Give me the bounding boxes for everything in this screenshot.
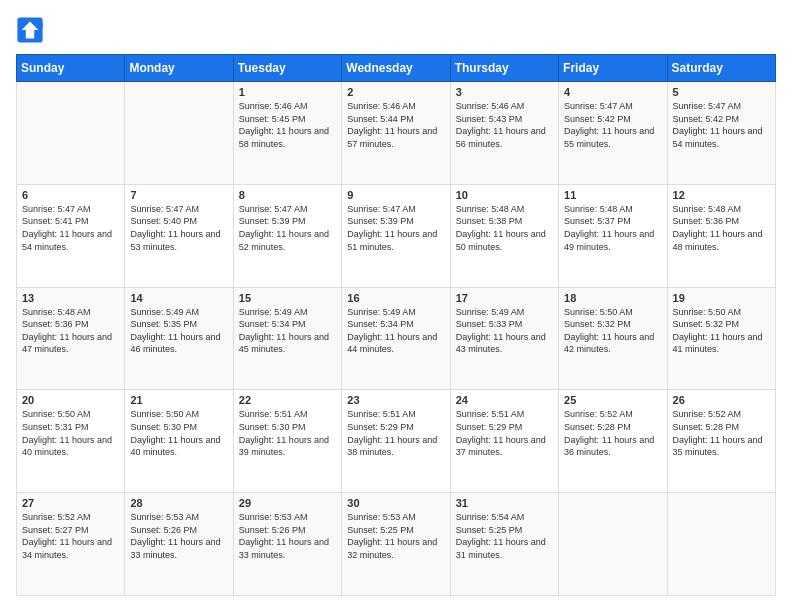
day-number: 27 xyxy=(22,497,119,509)
day-number: 7 xyxy=(130,189,227,201)
calendar-cell xyxy=(667,493,775,596)
day-info: Sunrise: 5:50 AM Sunset: 5:30 PM Dayligh… xyxy=(130,408,227,458)
calendar-cell: 18Sunrise: 5:50 AM Sunset: 5:32 PM Dayli… xyxy=(559,287,667,390)
calendar-cell xyxy=(125,82,233,185)
calendar-cell: 26Sunrise: 5:52 AM Sunset: 5:28 PM Dayli… xyxy=(667,390,775,493)
day-info: Sunrise: 5:47 AM Sunset: 5:40 PM Dayligh… xyxy=(130,203,227,253)
day-info: Sunrise: 5:52 AM Sunset: 5:27 PM Dayligh… xyxy=(22,511,119,561)
day-number: 29 xyxy=(239,497,336,509)
calendar-cell xyxy=(559,493,667,596)
calendar-cell: 21Sunrise: 5:50 AM Sunset: 5:30 PM Dayli… xyxy=(125,390,233,493)
calendar-cell: 20Sunrise: 5:50 AM Sunset: 5:31 PM Dayli… xyxy=(17,390,125,493)
day-info: Sunrise: 5:53 AM Sunset: 5:26 PM Dayligh… xyxy=(130,511,227,561)
calendar-cell: 17Sunrise: 5:49 AM Sunset: 5:33 PM Dayli… xyxy=(450,287,558,390)
day-info: Sunrise: 5:48 AM Sunset: 5:37 PM Dayligh… xyxy=(564,203,661,253)
day-number: 4 xyxy=(564,86,661,98)
calendar-cell: 7Sunrise: 5:47 AM Sunset: 5:40 PM Daylig… xyxy=(125,184,233,287)
day-info: Sunrise: 5:51 AM Sunset: 5:30 PM Dayligh… xyxy=(239,408,336,458)
day-number: 30 xyxy=(347,497,444,509)
calendar-week-row: 13Sunrise: 5:48 AM Sunset: 5:36 PM Dayli… xyxy=(17,287,776,390)
day-number: 9 xyxy=(347,189,444,201)
day-number: 26 xyxy=(673,394,770,406)
day-number: 21 xyxy=(130,394,227,406)
day-info: Sunrise: 5:47 AM Sunset: 5:42 PM Dayligh… xyxy=(564,100,661,150)
day-info: Sunrise: 5:46 AM Sunset: 5:45 PM Dayligh… xyxy=(239,100,336,150)
logo xyxy=(16,16,48,44)
day-info: Sunrise: 5:49 AM Sunset: 5:33 PM Dayligh… xyxy=(456,306,553,356)
day-info: Sunrise: 5:46 AM Sunset: 5:44 PM Dayligh… xyxy=(347,100,444,150)
calendar-cell: 2Sunrise: 5:46 AM Sunset: 5:44 PM Daylig… xyxy=(342,82,450,185)
calendar-cell: 14Sunrise: 5:49 AM Sunset: 5:35 PM Dayli… xyxy=(125,287,233,390)
day-number: 24 xyxy=(456,394,553,406)
calendar-cell: 1Sunrise: 5:46 AM Sunset: 5:45 PM Daylig… xyxy=(233,82,341,185)
day-number: 2 xyxy=(347,86,444,98)
day-info: Sunrise: 5:52 AM Sunset: 5:28 PM Dayligh… xyxy=(673,408,770,458)
calendar-week-row: 20Sunrise: 5:50 AM Sunset: 5:31 PM Dayli… xyxy=(17,390,776,493)
day-number: 6 xyxy=(22,189,119,201)
header xyxy=(16,16,776,44)
day-number: 20 xyxy=(22,394,119,406)
page: SundayMondayTuesdayWednesdayThursdayFrid… xyxy=(0,0,792,612)
calendar-cell: 28Sunrise: 5:53 AM Sunset: 5:26 PM Dayli… xyxy=(125,493,233,596)
day-info: Sunrise: 5:51 AM Sunset: 5:29 PM Dayligh… xyxy=(347,408,444,458)
day-number: 14 xyxy=(130,292,227,304)
calendar-cell: 29Sunrise: 5:53 AM Sunset: 5:26 PM Dayli… xyxy=(233,493,341,596)
calendar-header-monday: Monday xyxy=(125,55,233,82)
calendar-cell: 22Sunrise: 5:51 AM Sunset: 5:30 PM Dayli… xyxy=(233,390,341,493)
day-info: Sunrise: 5:48 AM Sunset: 5:36 PM Dayligh… xyxy=(22,306,119,356)
day-number: 18 xyxy=(564,292,661,304)
logo-icon xyxy=(16,16,44,44)
day-info: Sunrise: 5:49 AM Sunset: 5:35 PM Dayligh… xyxy=(130,306,227,356)
day-number: 28 xyxy=(130,497,227,509)
day-info: Sunrise: 5:53 AM Sunset: 5:25 PM Dayligh… xyxy=(347,511,444,561)
calendar-cell: 13Sunrise: 5:48 AM Sunset: 5:36 PM Dayli… xyxy=(17,287,125,390)
calendar-week-row: 6Sunrise: 5:47 AM Sunset: 5:41 PM Daylig… xyxy=(17,184,776,287)
calendar-header-friday: Friday xyxy=(559,55,667,82)
day-info: Sunrise: 5:47 AM Sunset: 5:42 PM Dayligh… xyxy=(673,100,770,150)
calendar-cell: 15Sunrise: 5:49 AM Sunset: 5:34 PM Dayli… xyxy=(233,287,341,390)
day-info: Sunrise: 5:51 AM Sunset: 5:29 PM Dayligh… xyxy=(456,408,553,458)
calendar-cell: 25Sunrise: 5:52 AM Sunset: 5:28 PM Dayli… xyxy=(559,390,667,493)
calendar-cell: 24Sunrise: 5:51 AM Sunset: 5:29 PM Dayli… xyxy=(450,390,558,493)
day-number: 16 xyxy=(347,292,444,304)
day-info: Sunrise: 5:50 AM Sunset: 5:31 PM Dayligh… xyxy=(22,408,119,458)
day-info: Sunrise: 5:48 AM Sunset: 5:36 PM Dayligh… xyxy=(673,203,770,253)
calendar-cell: 19Sunrise: 5:50 AM Sunset: 5:32 PM Dayli… xyxy=(667,287,775,390)
calendar-cell: 30Sunrise: 5:53 AM Sunset: 5:25 PM Dayli… xyxy=(342,493,450,596)
calendar-header-saturday: Saturday xyxy=(667,55,775,82)
day-number: 15 xyxy=(239,292,336,304)
calendar-cell: 11Sunrise: 5:48 AM Sunset: 5:37 PM Dayli… xyxy=(559,184,667,287)
calendar-table: SundayMondayTuesdayWednesdayThursdayFrid… xyxy=(16,54,776,596)
day-number: 23 xyxy=(347,394,444,406)
calendar-cell: 8Sunrise: 5:47 AM Sunset: 5:39 PM Daylig… xyxy=(233,184,341,287)
day-number: 8 xyxy=(239,189,336,201)
day-info: Sunrise: 5:46 AM Sunset: 5:43 PM Dayligh… xyxy=(456,100,553,150)
calendar-cell: 10Sunrise: 5:48 AM Sunset: 5:38 PM Dayli… xyxy=(450,184,558,287)
calendar-week-row: 27Sunrise: 5:52 AM Sunset: 5:27 PM Dayli… xyxy=(17,493,776,596)
calendar-cell: 12Sunrise: 5:48 AM Sunset: 5:36 PM Dayli… xyxy=(667,184,775,287)
calendar-cell: 27Sunrise: 5:52 AM Sunset: 5:27 PM Dayli… xyxy=(17,493,125,596)
calendar-cell: 31Sunrise: 5:54 AM Sunset: 5:25 PM Dayli… xyxy=(450,493,558,596)
day-number: 5 xyxy=(673,86,770,98)
day-number: 11 xyxy=(564,189,661,201)
day-info: Sunrise: 5:52 AM Sunset: 5:28 PM Dayligh… xyxy=(564,408,661,458)
calendar-header-sunday: Sunday xyxy=(17,55,125,82)
day-info: Sunrise: 5:47 AM Sunset: 5:39 PM Dayligh… xyxy=(239,203,336,253)
day-number: 3 xyxy=(456,86,553,98)
calendar-cell: 5Sunrise: 5:47 AM Sunset: 5:42 PM Daylig… xyxy=(667,82,775,185)
day-info: Sunrise: 5:54 AM Sunset: 5:25 PM Dayligh… xyxy=(456,511,553,561)
calendar-header-tuesday: Tuesday xyxy=(233,55,341,82)
day-number: 10 xyxy=(456,189,553,201)
day-number: 17 xyxy=(456,292,553,304)
calendar-cell: 6Sunrise: 5:47 AM Sunset: 5:41 PM Daylig… xyxy=(17,184,125,287)
day-number: 25 xyxy=(564,394,661,406)
calendar-cell: 3Sunrise: 5:46 AM Sunset: 5:43 PM Daylig… xyxy=(450,82,558,185)
day-info: Sunrise: 5:48 AM Sunset: 5:38 PM Dayligh… xyxy=(456,203,553,253)
day-number: 19 xyxy=(673,292,770,304)
day-info: Sunrise: 5:47 AM Sunset: 5:41 PM Dayligh… xyxy=(22,203,119,253)
calendar-cell xyxy=(17,82,125,185)
day-number: 22 xyxy=(239,394,336,406)
day-number: 31 xyxy=(456,497,553,509)
calendar-header-thursday: Thursday xyxy=(450,55,558,82)
day-info: Sunrise: 5:50 AM Sunset: 5:32 PM Dayligh… xyxy=(564,306,661,356)
